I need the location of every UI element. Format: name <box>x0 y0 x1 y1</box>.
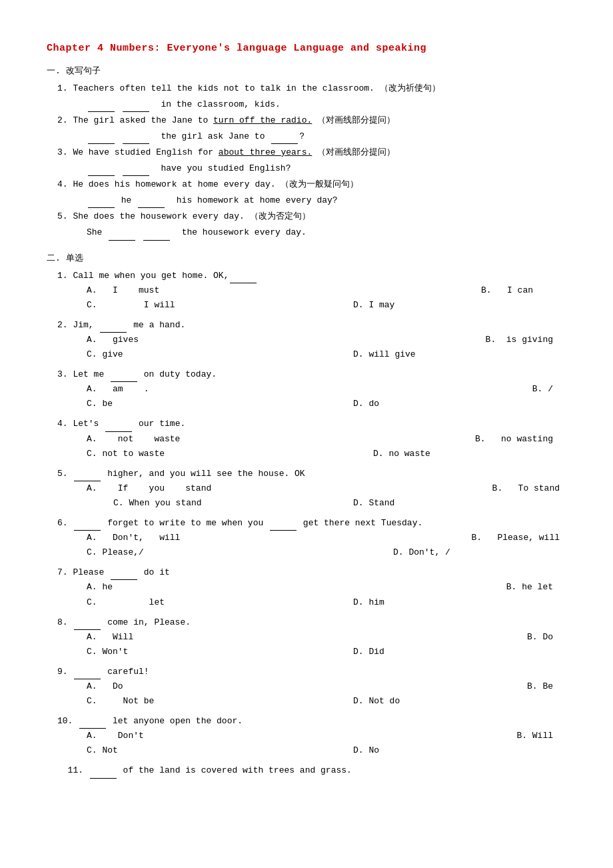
mc-q11: 11. of the land is covered with trees an… <box>47 763 573 778</box>
mc-q1: 1. Call me when you get home. OK, A. I m… <box>47 269 573 313</box>
q1: 1. Teachers often tell the kids not to t… <box>57 81 573 96</box>
q4-sub: he his homework at home every day? <box>87 193 573 208</box>
q1-sub: in the classroom, kids. <box>87 97 573 112</box>
chapter-title: Chapter 4 Numbers: Everyone's language L… <box>47 40 573 57</box>
q5: 5. She does the housework every day. （改为… <box>57 209 573 224</box>
section2: 二. 单选 1. Call me when you get home. OK, … <box>47 251 573 779</box>
section1: 一. 改写句子 1. Teachers often tell the kids … <box>47 64 573 241</box>
q2: 2. The girl asked the Jane to turn off t… <box>57 113 573 128</box>
mc-q2: 2. Jim, me a hand. A. gives B. is giving… <box>47 318 573 362</box>
mc-q7: 7. Please do it A. he B. he let C. let D… <box>47 565 573 609</box>
q4: 4. He does his homework at home every da… <box>57 177 573 192</box>
mc-q8: 8. come in, Please. A. Will B. Do C. Won… <box>47 615 573 659</box>
page-container: Chapter 4 Numbers: Everyone's language L… <box>47 40 573 779</box>
q3: 3. We have studied English for about thr… <box>57 145 573 160</box>
q5-sub: She the housework every day. <box>87 225 573 240</box>
mc-q4: 4. Let's our time. A. not waste B. no wa… <box>47 417 573 461</box>
mc-q3: 3. Let me on duty today. A. am . B. / C.… <box>47 367 573 411</box>
q2-sub: the girl ask Jane to ? <box>87 129 573 144</box>
mc-q6: 6. forget to write to me when you get th… <box>47 516 573 560</box>
mc-q9: 9. careful! A. Do B. Be C. Not be D. Not… <box>47 665 573 709</box>
mc-q5: 5. higher, and you will see the house. O… <box>47 467 573 511</box>
section1-title: 一. 改写句子 <box>47 64 573 79</box>
q3-sub: have you studied English? <box>87 161 573 176</box>
section2-title: 二. 单选 <box>47 251 573 266</box>
mc-q10: 10. let anyone open the door. A. Don't B… <box>47 714 573 758</box>
